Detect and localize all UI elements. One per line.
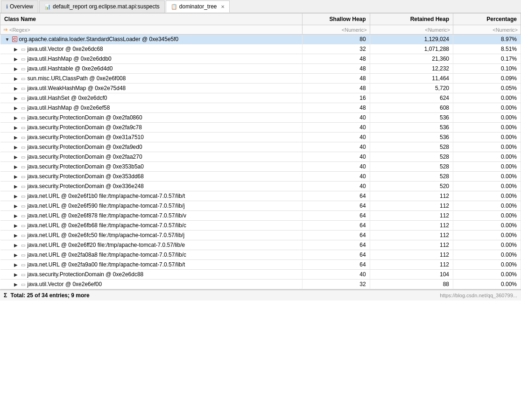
cell-classname[interactable]: ▶▭java.security.ProtectionDomain @ 0xe33… <box>0 182 303 191</box>
cell-retained-heap: 112 <box>370 191 453 201</box>
col-header-pct[interactable]: Percentage <box>453 14 521 25</box>
cell-retained-heap: 21,360 <box>370 54 453 64</box>
col-header-retained[interactable]: Retained Heap <box>370 14 453 25</box>
tab-tree-label: dominator_tree <box>179 3 217 10</box>
cell-classname[interactable]: ▶▭java.net.URL @ 0xe2e6ff20 file:/tmp/ap… <box>0 240 303 250</box>
cell-percentage: 0.09% <box>453 74 521 84</box>
tab-overview[interactable]: ℹ Overview <box>1 0 38 13</box>
expand-button[interactable]: ▶ <box>13 134 19 140</box>
cell-percentage: 0.00% <box>453 133 521 142</box>
classname-text: java.util.HashMap @ 0xe2e6ddb0 <box>28 56 112 62</box>
cell-classname[interactable]: ▶▭java.net.URL @ 0xe2fa08a8 file:/tmp/ap… <box>0 250 303 260</box>
cell-percentage: 0.00% <box>453 280 521 289</box>
cell-shallow-heap: 40 <box>302 172 370 182</box>
cell-classname[interactable]: ▶▭java.net.URL @ 0xe2e6f1b0 file:/tmp/ap… <box>0 191 303 201</box>
table-row: ▶▭java.net.URL @ 0xe2fa08a8 file:/tmp/ap… <box>0 250 521 260</box>
filter-pct[interactable]: <Numeric> <box>453 25 521 35</box>
tab-dominator-tree[interactable]: 📋 dominator_tree ✕ <box>166 0 230 13</box>
col-header-shallow[interactable]: Shallow Heap <box>302 14 370 25</box>
expand-button[interactable]: ▶ <box>13 173 19 180</box>
expand-button[interactable]: ▶ <box>13 271 19 278</box>
expand-button[interactable]: ▶ <box>13 242 19 248</box>
table-row: ▶▭java.security.ProtectionDomain @ 0xe33… <box>0 182 521 191</box>
col-header-classname[interactable]: Class Name <box>0 14 303 25</box>
cell-shallow-heap: 40 <box>302 162 370 172</box>
expand-button[interactable]: ▶ <box>13 124 19 131</box>
cell-percentage: 0.00% <box>453 211 521 221</box>
cell-classname[interactable]: ▶▭java.net.URL @ 0xe2e6fc50 file:/tmp/ap… <box>0 231 303 240</box>
classname-text: java.util.WeakHashMap @ 0xe2e75d48 <box>28 85 126 91</box>
expand-button[interactable]: ▶ <box>13 232 19 238</box>
expand-button[interactable]: ▶ <box>13 85 19 91</box>
cell-classname[interactable]: ▶▭java.security.ProtectionDomain @ 0xe35… <box>0 162 303 172</box>
cell-classname[interactable]: ▶▭java.security.ProtectionDomain @ 0xe35… <box>0 172 303 182</box>
expand-button[interactable]: ▶ <box>13 212 19 219</box>
cell-percentage: 0.00% <box>453 221 521 231</box>
tab-default-report[interactable]: 📊 default_report org.eclipse.mat.api:sus… <box>39 0 165 13</box>
expand-button[interactable]: ▶ <box>13 203 19 209</box>
cell-classname[interactable]: ▶▭sun.misc.URLClassPath @ 0xe2e6f008 <box>0 74 303 84</box>
cell-classname[interactable]: ▶▭java.security.ProtectionDomain @ 0xe2f… <box>0 142 303 152</box>
cell-percentage: 0.00% <box>453 201 521 211</box>
filter-retained[interactable]: <Numeric> <box>370 25 453 35</box>
expand-button[interactable]: ▶ <box>13 252 19 258</box>
cell-classname[interactable]: ▶▭java.util.Vector @ 0xe2e6ef00 <box>0 280 303 289</box>
expand-button[interactable]: ▶ <box>13 163 19 170</box>
cell-classname[interactable]: ▶▭java.util.WeakHashMap @ 0xe2e75d48 <box>0 84 303 93</box>
table-row: ▶▭java.util.HashMap @ 0xe2e6ddb04821,360… <box>0 54 521 64</box>
cell-classname[interactable]: ▶▭java.net.URL @ 0xe2e6f590 file:/tmp/ap… <box>0 201 303 211</box>
cell-classname[interactable]: ▶▭java.util.HashSet @ 0xe2e6dcf0 <box>0 93 303 103</box>
cell-classname[interactable]: ▶▭java.util.HashMap @ 0xe2e6ef58 <box>0 103 303 113</box>
expand-button[interactable]: ▼ <box>4 36 11 42</box>
cell-retained-heap: 528 <box>370 152 453 162</box>
cell-classname[interactable]: ▶▭java.net.URL @ 0xe2fa9a00 file:/tmp/ap… <box>0 260 303 270</box>
expand-button[interactable]: ▶ <box>13 95 19 101</box>
classname-text: java.security.ProtectionDomain @ 0xe31a7… <box>28 134 144 140</box>
cell-classname[interactable]: ▶▭java.util.Hashtable @ 0xe2e6d4d0 <box>0 64 303 74</box>
cell-classname[interactable]: ▶▭java.security.ProtectionDomain @ 0xe31… <box>0 133 303 142</box>
expand-button[interactable]: ▶ <box>13 144 19 150</box>
cell-shallow-heap: 64 <box>302 260 370 270</box>
expand-button[interactable]: ▶ <box>13 154 19 160</box>
cell-retained-heap: 88 <box>370 280 453 289</box>
expand-button[interactable]: ▶ <box>13 56 19 62</box>
expand-button[interactable]: ▶ <box>13 114 19 121</box>
cell-percentage: 0.00% <box>453 260 521 270</box>
cell-classname[interactable]: ▶▭java.security.ProtectionDomain @ 0xe2e… <box>0 270 303 280</box>
classname-text: java.security.ProtectionDomain @ 0xe336e… <box>28 183 144 189</box>
expand-button[interactable]: ▶ <box>13 46 19 52</box>
expand-button[interactable]: ▶ <box>13 105 19 111</box>
cell-classname[interactable]: ▶▭java.net.URL @ 0xe2e6f878 file:/tmp/ap… <box>0 211 303 221</box>
cell-classname[interactable]: ▶▭java.util.HashMap @ 0xe2e6ddb0 <box>0 54 303 64</box>
cell-percentage: 0.00% <box>453 93 521 103</box>
cell-classname[interactable]: ▶▭java.security.ProtectionDomain @ 0xe2f… <box>0 152 303 162</box>
table-row: ▶▭java.security.ProtectionDomain @ 0xe2f… <box>0 152 521 162</box>
expand-button[interactable]: ▶ <box>13 261 19 268</box>
cell-classname[interactable]: ▶▭java.security.ProtectionDomain @ 0xe2f… <box>0 123 303 133</box>
classname-text: java.security.ProtectionDomain @ 0xe2fa9… <box>28 144 142 150</box>
cell-classname[interactable]: ▼Corg.apache.catalina.loader.StandardCla… <box>0 35 303 44</box>
filter-classname[interactable]: ⇒ <Regex> <box>0 25 303 35</box>
object-icon: ▭ <box>20 56 27 62</box>
cell-percentage: 0.00% <box>453 191 521 201</box>
cell-classname[interactable]: ▶▭java.util.Vector @ 0xe2e6dc68 <box>0 44 303 54</box>
close-icon[interactable]: ✕ <box>221 4 225 9</box>
cell-shallow-heap: 64 <box>302 221 370 231</box>
expand-button[interactable]: ▶ <box>13 222 19 229</box>
cell-retained-heap: 536 <box>370 123 453 133</box>
expand-button[interactable]: ▶ <box>13 65 19 72</box>
expand-button[interactable]: ▶ <box>13 75 19 82</box>
filter-shallow[interactable]: <Numeric> <box>302 25 370 35</box>
table-row: ▶▭java.net.URL @ 0xe2e6fc50 file:/tmp/ap… <box>0 231 521 240</box>
cell-classname[interactable]: ▶▭java.security.ProtectionDomain @ 0xe2f… <box>0 113 303 123</box>
table-row: ▶▭java.security.ProtectionDomain @ 0xe2f… <box>0 142 521 152</box>
object-icon: ▭ <box>20 114 27 121</box>
cell-shallow-heap: 64 <box>302 240 370 250</box>
cell-classname[interactable]: ▶▭java.net.URL @ 0xe2e6fb68 file:/tmp/ap… <box>0 221 303 231</box>
expand-button[interactable]: ▶ <box>13 193 19 199</box>
cell-percentage: 8.97% <box>453 35 521 44</box>
cell-retained-heap: 528 <box>370 162 453 172</box>
expand-button[interactable]: ▶ <box>13 281 19 287</box>
expand-button[interactable]: ▶ <box>13 183 19 189</box>
classname-text: java.util.HashMap @ 0xe2e6ef58 <box>28 105 110 111</box>
